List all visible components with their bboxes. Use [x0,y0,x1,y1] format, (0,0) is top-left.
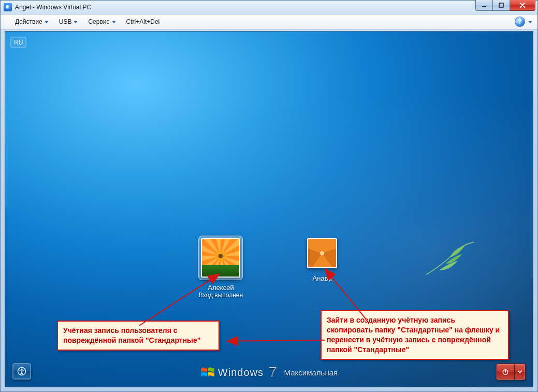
svg-rect-0 [482,6,486,7]
window-title: Angel - Windows Virtual PC [15,4,91,11]
user-status: Вход выполнен [199,292,243,299]
user-tile-anava[interactable]: Анава [305,236,339,299]
user-name: Анава [313,274,332,282]
language-indicator[interactable]: RU [10,37,26,48]
chevron-down-icon [45,21,49,23]
user-avatar [201,238,240,278]
menu-service-label: Сервис [88,18,109,25]
user-avatar [307,238,337,268]
chevron-down-icon [112,21,116,23]
window-controls [475,0,535,10]
menu-action-label: Действие [15,18,42,25]
brand-version: 7 [267,366,279,379]
user-avatar-frame [305,236,339,270]
menu-cad[interactable]: Ctrl+Alt+Del [121,16,165,27]
menu-usb[interactable]: USB [54,16,83,27]
brand-name: Windows [218,367,264,379]
chevron-down-icon [74,21,78,23]
svg-line-8 [227,340,325,341]
menu-cad-label: Ctrl+Alt+Del [126,18,160,25]
menubar: Действие USB Сервис Ctrl+Alt+Del ? [1,14,537,30]
windows-logo-icon [200,366,215,379]
annotation-right: Зайти в созданную учётную запись скопиро… [321,310,509,360]
help-button[interactable]: ? [515,17,525,27]
menu-service[interactable]: Сервис [83,16,121,27]
minimize-button[interactable] [475,0,493,11]
vm-viewport: RU Алексей Вход выполнен Анава [5,31,533,387]
user-list: Алексей Вход выполнен Анава [5,236,533,299]
os-branding: Windows 7 Максимальная [5,366,533,379]
vm-window: Angel - Windows Virtual PC Действие USB … [0,0,538,392]
menu-action[interactable]: Действие [10,16,54,27]
close-button[interactable] [510,0,535,11]
annotation-left: Учётная запись пользователя с повреждённ… [57,321,220,351]
svg-rect-1 [499,3,503,7]
app-icon [4,3,12,11]
menu-usb-label: USB [59,18,72,25]
titlebar: Angel - Windows Virtual PC [1,1,537,14]
user-avatar-frame [199,236,242,280]
brand-edition: Максимальная [284,368,338,377]
user-name: Алексей [208,284,234,292]
maximize-button[interactable] [493,0,510,11]
user-tile-aleksey[interactable]: Алексей Вход выполнен [199,236,243,299]
chevron-down-icon [528,21,532,23]
